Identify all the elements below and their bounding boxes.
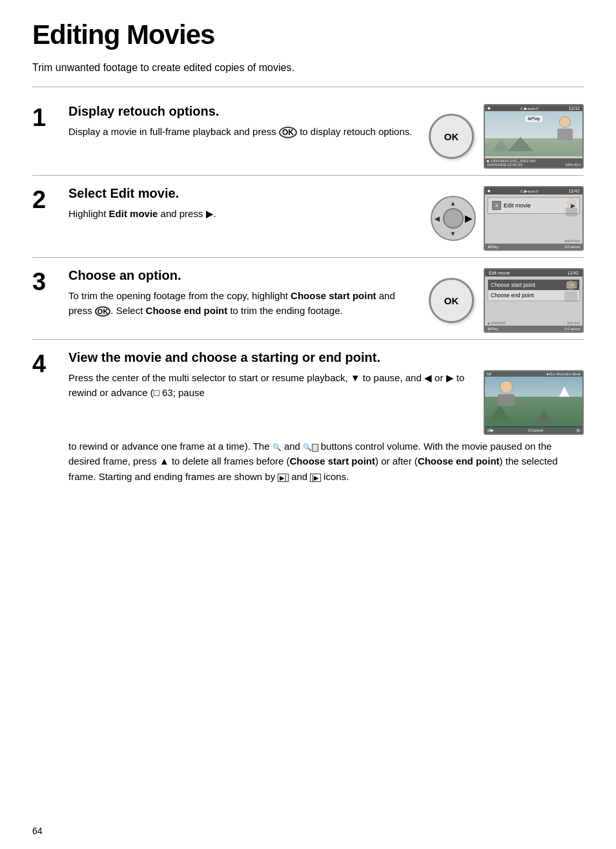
step-1: 1 Display retouch options. Display a mov… — [32, 94, 584, 176]
cam1-footer: ■ 100D300S DSC_0012.AVI 15/04/2009 12:50… — [485, 158, 582, 167]
page-title: Editing Movies — [32, 19, 584, 50]
cam2-play: ⊕Play — [488, 244, 498, 249]
top-divider — [32, 87, 584, 87]
step-2-content: Select Edit movie. Highlight Edit movie … — [63, 186, 418, 221]
cam4-header-left: Mf — [487, 372, 491, 376]
cam3-option1-label: Choose start point — [491, 282, 535, 288]
cam3-size: 640×424 — [567, 321, 580, 325]
cam2-footer: ⊕Play ⊙Cancel — [485, 244, 582, 249]
cam2-menu-item: Jk Edit movie ▶ — [489, 199, 578, 212]
cam4-footer: ⊞▶ ⊙Cancel ⊞ — [485, 426, 582, 434]
cam1-header-right: 12/12 — [568, 106, 580, 110]
cam4-sail-base — [559, 397, 570, 398]
page-number: 64 — [32, 826, 43, 836]
step-2-title: Select Edit movie. — [68, 186, 418, 201]
cam1-head — [559, 116, 571, 128]
cam4-header: Mf ●01s:45s/10m:30s● — [485, 372, 582, 377]
subtitle: Trim unwanted footage to create edited c… — [32, 62, 584, 74]
cam4-header-right: ●01s:45s/10m:30s● — [546, 372, 580, 376]
ms-outer-ring: ▲ ▼ ◀ ▶ — [431, 196, 476, 241]
cam4-landscape — [485, 377, 582, 427]
cam2-menu-label: Edit movie — [504, 202, 531, 209]
cam1-footer-date: 15/04/2009 12:50:23 — [487, 163, 522, 167]
step-2: 2 Select Edit movie. Highlight Edit movi… — [32, 176, 584, 258]
step-4-body2: to rewind or advance one frame at a time… — [68, 439, 584, 484]
cam3-option2-label: Choose end point — [491, 292, 534, 299]
cam1-person — [557, 116, 573, 140]
cam1-play-label: ⊕Play — [525, 116, 543, 122]
cam4-sail — [559, 386, 570, 398]
cam3-body: Choose start point OK Choose end point — [485, 279, 582, 315]
cam2-cancel: ⊙Cancel — [564, 244, 580, 249]
step-4-number: 4 — [32, 351, 63, 376]
step-1-title: Display retouch options. — [68, 104, 415, 119]
page: 🎬 Editing Movies Trim unwanted footage t… — [0, 0, 616, 849]
cam4-head — [500, 381, 513, 393]
step-3: 3 Choose an option. To trim the opening … — [32, 258, 584, 340]
cam2-bg-person — [566, 198, 577, 216]
step-3-title: Choose an option. — [68, 268, 415, 283]
cam2-frame: 12/42 — [568, 189, 580, 193]
step-4-images: Mf ●01s:45s/10m:30s● — [484, 370, 584, 435]
cam3-header-text: Edit movie — [489, 271, 510, 275]
cam4-body-shape — [498, 394, 515, 406]
cam2-menu-icon: Jk — [492, 201, 501, 210]
cam4-body — [485, 377, 582, 427]
cam2-size: 640×424 — [564, 239, 580, 243]
step3-ok-circle: OK — [429, 278, 474, 323]
cam1-body — [557, 129, 573, 140]
camera-screen-2: ■ C:▶︎auto:0 12/42 Jk Edit movie ▶ — [484, 186, 584, 251]
cam1-header-left: ■ — [488, 106, 490, 110]
cam3-header: Edit movie 12/42 — [485, 269, 582, 277]
multi-selector-illustration: ▲ ▼ ◀ ▶ — [429, 194, 477, 243]
ok-button-circle: OK — [429, 114, 474, 159]
cam1-mountain2 — [508, 137, 533, 151]
step-4-body: Press the center of the multi selector t… — [68, 370, 473, 401]
step-1-images: OK ■ C:▶︎auto:0 12/12 — [426, 104, 584, 169]
cam2-mode: C:▶︎auto:0 — [520, 189, 539, 193]
ms-arrow-up: ▲ — [450, 200, 457, 207]
step-1-body: Display a movie in full-frame playback a… — [68, 124, 415, 139]
cam1-footer-size: 640×424 — [565, 163, 580, 167]
cam2-header: ■ C:▶︎auto:0 12/42 — [485, 187, 582, 194]
step-4-content: View the movie and choose a starting or … — [63, 350, 584, 484]
cam4-person — [498, 381, 515, 406]
cam3-header-right: 12/42 — [567, 271, 579, 275]
step-1-content: Display retouch options. Display a movie… — [63, 104, 415, 139]
step-3-number: 3 — [32, 269, 63, 294]
step-1-number: 1 — [32, 105, 63, 130]
cam3-footer: ⊕Play ⊙Cancel — [485, 326, 582, 331]
cam3-footer-text: ■ 100D300S — [488, 321, 506, 325]
cam4-footer-mid: ⊙Cancel — [528, 428, 543, 432]
step-2-number: 2 — [32, 187, 63, 212]
step-2-images: ▲ ▼ ◀ ▶ ■ C:▶︎auto:0 12/42 — [429, 186, 584, 251]
step-3-content: Choose an option. To trim the opening fo… — [63, 268, 415, 319]
cam3-play: ⊕Play — [488, 326, 498, 331]
cam1-header: ■ C:▶︎auto:0 12/12 — [485, 105, 582, 111]
step-4-row: Press the center of the multi selector t… — [68, 370, 584, 435]
ms-arrow-down: ▼ — [450, 230, 457, 237]
cam2-icon: ■ — [488, 189, 490, 193]
cam4-sail-triangle — [559, 386, 570, 397]
cam4-footer-right: ⊞ — [577, 428, 580, 432]
step-3-body: To trim the opening footage from the cop… — [68, 288, 415, 319]
camera-screen-1: ■ C:▶︎auto:0 12/12 — [484, 104, 584, 169]
step-3-images: OK Edit movie 12/42 — [426, 268, 584, 333]
ms-center-button — [443, 208, 464, 229]
step-4-title: View the movie and choose a starting or … — [68, 350, 584, 365]
cam1-header-center: C:▶︎auto:0 — [520, 106, 539, 110]
ok-label: OK — [444, 131, 459, 142]
step-2-body: Highlight Edit movie and press ▶. — [68, 206, 418, 221]
step-4: 4 View the movie and choose a starting o… — [32, 340, 584, 490]
camera-screen-4: Mf ●01s:45s/10m:30s● — [484, 370, 584, 435]
and-connector: and — [291, 471, 307, 482]
step3-ok-label: OK — [444, 295, 459, 306]
cam4-footer-left: ⊞▶ — [488, 428, 494, 432]
camera-screen-3: Edit movie 12/42 Choose start point OK — [484, 268, 584, 333]
step-4-body-wrap: Press the center of the multi selector t… — [68, 370, 473, 401]
cam3-bg-person — [564, 280, 577, 302]
ok-button-illustration: OK — [426, 110, 477, 162]
ms-arrow-right: ▶ — [465, 213, 472, 224]
cam1-footer-bottom: 15/04/2009 12:50:23 640×424 — [487, 163, 580, 167]
cam4-mountain2 — [537, 409, 552, 421]
